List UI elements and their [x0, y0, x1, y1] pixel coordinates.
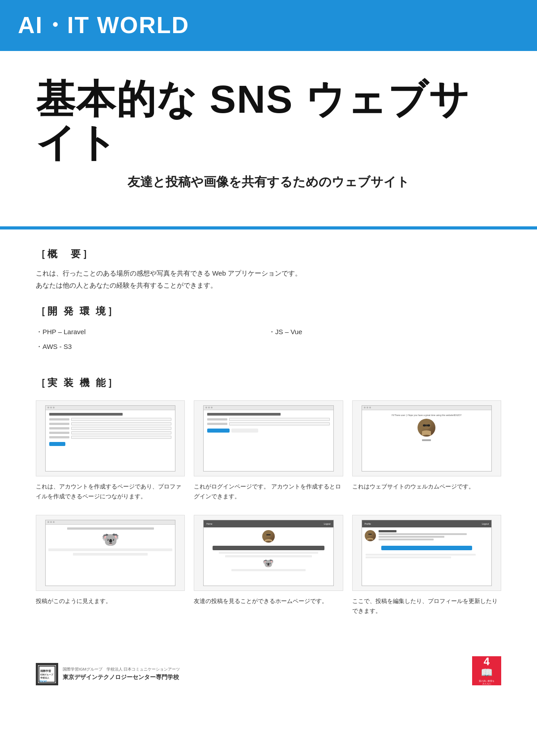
- features-title: ［実 装 機 能］: [36, 376, 501, 390]
- hero-section: 基本的な SNS ウェブサイト 友達と投稿や画像を共有するためのウェブサイト: [0, 51, 537, 208]
- svg-point-3: [427, 424, 430, 426]
- feature-caption-login: これがログインページです。 アカウントを作成するとログインできます。: [194, 482, 343, 501]
- features-grid: これは、アカウントを作成するページであり、プロファイルを作成できるページにつなが…: [36, 400, 501, 616]
- sdg-number: 4: [484, 656, 490, 667]
- feature-caption-post: 投稿がこのように見えます。: [36, 596, 185, 606]
- overview-line2: あなたは他の人とあなたの経験を共有することができます。: [36, 281, 217, 289]
- svg-text:学校法人: 学校法人: [40, 676, 50, 679]
- dev-env-item-js: ・JS – Vue: [268, 324, 501, 339]
- dev-env-item-aws: ・AWS - S3: [36, 339, 268, 354]
- footer: 国際学習 IGMグループ 学校法人 TDCAT 国際学習IGMグループ 学校法人…: [0, 643, 537, 699]
- feature-screenshot-register: [36, 400, 185, 476]
- header-title: AI・IT WORLD: [18, 10, 189, 41]
- school-group: 国際学習IGMグループ 学校法人 日本コミュニケーションアーツ: [63, 667, 180, 673]
- sdg-book-icon: 📖: [481, 667, 493, 679]
- hero-main-title: 基本的な SNS ウェブサイト: [36, 78, 501, 165]
- overview-text: これは、行ったことのある場所の感想や写真を共有できる Web アプリケーションで…: [36, 267, 501, 291]
- hero-subtitle: 友達と投稿や画像を共有するためのウェブサイト: [36, 174, 501, 191]
- school-logo-box: 国際学習 IGMグループ 学校法人 TDCAT: [36, 663, 58, 685]
- feature-post: 🐨 投稿がこのように見えます。: [36, 515, 185, 616]
- feature-welcome: Hi There user :) Hope you have a great t…: [352, 400, 501, 501]
- feature-screenshot-profile: Profile Logout: [352, 515, 501, 591]
- dev-env-item-empty: [268, 339, 501, 354]
- feature-caption-register: これは、アカウントを作成するページであり、プロファイルを作成できるページにつなが…: [36, 482, 185, 501]
- dev-env-title: ［開 発 環 境］: [36, 305, 501, 318]
- feature-screenshot-home: Home Logout: [194, 515, 343, 591]
- svg-rect-7: [368, 534, 372, 535]
- feature-caption-home: 友達の投稿を見ることができるホームページです。: [194, 596, 343, 606]
- svg-rect-5: [266, 534, 271, 535]
- svg-text:TDCAT: TDCAT: [39, 680, 47, 683]
- home-avatar: [262, 530, 275, 543]
- dev-env-item-php: ・PHP – Laravel: [36, 324, 268, 339]
- feature-caption-welcome: これはウェブサイトのウェルカムページです。: [352, 482, 501, 492]
- sdg-badge: 4 📖 質の高い教育を みんなに: [472, 656, 501, 685]
- content-section: ［概 要］ これは、行ったことのある場所の感想や写真を共有できる Web アプリ…: [0, 229, 537, 376]
- dev-env-section: ［開 発 環 境］ ・PHP – Laravel ・JS – Vue ・AWS …: [36, 305, 501, 354]
- feature-screenshot-welcome: Hi There user :) Hope you have a great t…: [352, 400, 501, 476]
- school-full-name: 東京デザインテクノロジーセンター専門学校: [63, 673, 180, 682]
- dev-env-grid: ・PHP – Laravel ・JS – Vue ・AWS - S3: [36, 324, 501, 354]
- welcome-avatar: [418, 419, 435, 437]
- svg-text:国際学習: 国際学習: [40, 669, 51, 672]
- school-name-text: 国際学習IGMグループ 学校法人 日本コミュニケーションアーツ 東京デザインテク…: [63, 667, 180, 681]
- feature-login: これがログインページです。 アカウントを作成するとログインできます。: [194, 400, 343, 501]
- feature-home: Home Logout: [194, 515, 343, 616]
- overview-title: ［概 要］: [36, 247, 501, 261]
- overview-line1: これは、行ったことのある場所の感想や写真を共有できる Web アプリケーションで…: [36, 269, 302, 277]
- school-logo: 国際学習 IGMグループ 学校法人 TDCAT 国際学習IGMグループ 学校法人…: [36, 663, 180, 685]
- feature-profile: Profile Logout: [352, 515, 501, 616]
- header: AI・IT WORLD: [0, 0, 537, 51]
- svg-point-2: [423, 424, 426, 426]
- svg-text:IGMグループ: IGMグループ: [40, 673, 54, 676]
- koala-icon: 🐨: [102, 532, 119, 547]
- profile-avatar-icon: [365, 530, 376, 541]
- sdg-label: 質の高い教育を みんなに: [479, 680, 494, 685]
- feature-screenshot-login: [194, 400, 343, 476]
- feature-register: これは、アカウントを作成するページであり、プロファイルを作成できるページにつなが…: [36, 400, 185, 501]
- feature-screenshot-post: 🐨: [36, 515, 185, 591]
- feature-caption-profile: ここで、投稿を編集したり、プロフィールを更新したりできます。: [352, 596, 501, 616]
- features-section: ［実 装 機 能］: [0, 376, 537, 634]
